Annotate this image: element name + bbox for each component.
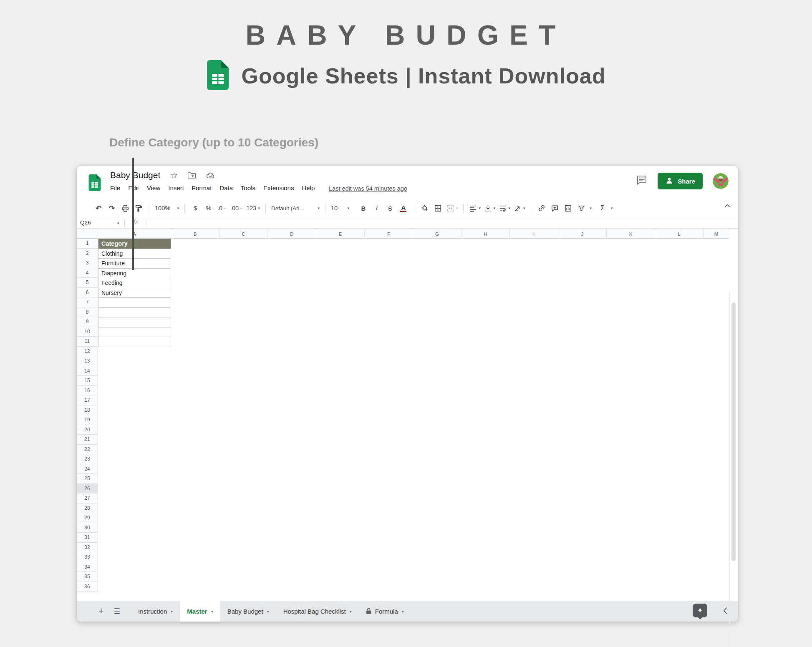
strikethrough-button[interactable]: S	[383, 202, 397, 214]
cell-A9[interactable]	[98, 317, 171, 327]
row-header-35[interactable]: 35	[77, 572, 98, 582]
cell-A10[interactable]	[98, 327, 171, 337]
column-header-K[interactable]: K	[607, 229, 655, 239]
row-header-33[interactable]: 33	[77, 552, 98, 562]
move-to-folder-icon[interactable]	[188, 171, 196, 179]
sheets-logo-icon[interactable]	[88, 174, 101, 193]
decrease-decimal-button[interactable]: .0 ←	[215, 202, 229, 214]
format-currency-button[interactable]: $	[189, 202, 202, 214]
menu-file[interactable]: File	[110, 184, 120, 191]
row-header-36[interactable]: 36	[77, 582, 98, 592]
font-select[interactable]: Default (Ari... ▾	[270, 202, 321, 214]
name-box[interactable]: Q26	[80, 217, 91, 228]
row-header-26[interactable]: 26	[77, 484, 98, 494]
menu-tools[interactable]: Tools	[241, 184, 255, 191]
select-all-corner[interactable]	[77, 229, 98, 239]
menu-view[interactable]: View	[147, 184, 160, 191]
row-header-8[interactable]: 8	[77, 307, 98, 317]
text-wrap-button[interactable]: ▾	[497, 202, 512, 214]
cell-A6[interactable]: Nursery	[98, 288, 171, 298]
all-sheets-menu-icon[interactable]: ☰	[114, 607, 120, 616]
vertical-scrollbar-thumb[interactable]	[731, 302, 736, 561]
horizontal-align-button[interactable]: ▾	[467, 202, 482, 214]
document-title[interactable]: Baby Budget	[110, 170, 160, 180]
row-header-32[interactable]: 32	[77, 543, 98, 553]
add-sheet-button[interactable]: +	[98, 606, 104, 617]
bold-button[interactable]: B	[357, 202, 370, 214]
row-header-25[interactable]: 25	[77, 474, 98, 484]
chevron-down-icon[interactable]: ▾	[590, 206, 592, 210]
row-header-6[interactable]: 6	[77, 288, 98, 298]
row-header-34[interactable]: 34	[77, 562, 98, 572]
undo-button[interactable]: ↶	[92, 202, 105, 214]
column-header-M[interactable]: M	[704, 229, 729, 239]
column-header-E[interactable]: E	[316, 229, 365, 239]
insert-link-button[interactable]	[535, 202, 548, 214]
tab-baby-budget[interactable]: Baby Budget▾	[220, 601, 276, 622]
cell-A1[interactable]: Category	[98, 239, 171, 249]
functions-button[interactable]: Σ	[596, 202, 609, 214]
text-rotation-button[interactable]: ▾	[512, 202, 527, 214]
comment-history-icon[interactable]	[637, 175, 648, 187]
column-header-A[interactable]: A	[98, 229, 171, 239]
row-header-12[interactable]: 12	[77, 347, 98, 357]
cell-A8[interactable]	[98, 308, 171, 318]
filter-button[interactable]	[575, 202, 588, 214]
row-header-29[interactable]: 29	[77, 513, 98, 523]
row-header-7[interactable]: 7	[77, 297, 98, 307]
row-header-22[interactable]: 22	[77, 445, 98, 455]
column-header-C[interactable]: C	[219, 229, 268, 239]
zoom-select[interactable]: 100% ▾	[153, 202, 181, 214]
more-formats-select[interactable]: 123 ▾	[245, 202, 262, 214]
menu-extensions[interactable]: Extensions	[263, 184, 294, 191]
text-color-button[interactable]: A	[400, 204, 406, 212]
cell-A3[interactable]: Furniture	[98, 259, 171, 269]
menu-data[interactable]: Data	[219, 184, 233, 191]
chevron-down-icon[interactable]: ▾	[117, 221, 119, 225]
tab-hospital-bag-checklist[interactable]: Hospital Bag Checklist▾	[276, 601, 359, 622]
redo-button[interactable]: ↷	[105, 202, 119, 214]
share-button[interactable]: Share	[658, 173, 703, 189]
row-header-10[interactable]: 10	[77, 327, 98, 337]
avatar[interactable]	[713, 173, 729, 189]
row-header-3[interactable]: 3	[77, 258, 98, 268]
row-header-21[interactable]: 21	[77, 435, 98, 445]
row-header-11[interactable]: 11	[77, 337, 98, 347]
column-header-H[interactable]: H	[461, 229, 510, 239]
row-header-23[interactable]: 23	[77, 454, 98, 464]
fill-color-button[interactable]	[418, 202, 431, 214]
borders-button[interactable]	[431, 202, 445, 214]
row-header-31[interactable]: 31	[77, 533, 98, 543]
italic-button[interactable]: I	[370, 202, 383, 214]
insert-chart-button[interactable]	[562, 202, 575, 214]
column-header-F[interactable]: F	[365, 229, 413, 239]
insert-comment-button[interactable]	[548, 202, 562, 214]
vertical-scrollbar[interactable]: ▾	[729, 292, 736, 647]
row-header-4[interactable]: 4	[77, 268, 98, 278]
row-header-24[interactable]: 24	[77, 464, 98, 474]
cell-A2[interactable]: Clothing	[98, 249, 171, 259]
chevron-down-icon[interactable]: ▾	[611, 206, 613, 210]
column-header-B[interactable]: B	[171, 229, 219, 239]
cell-A11[interactable]	[98, 337, 171, 347]
vertical-align-button[interactable]: ▾	[482, 202, 497, 214]
row-header-20[interactable]: 20	[77, 425, 98, 435]
row-header-9[interactable]: 9	[77, 317, 98, 327]
row-header-18[interactable]: 18	[77, 405, 98, 415]
menu-format[interactable]: Format	[192, 184, 212, 191]
row-header-30[interactable]: 30	[77, 523, 98, 533]
explore-button[interactable]: ✦	[693, 604, 707, 617]
tab-formula[interactable]: Formula▾	[359, 601, 411, 622]
row-header-27[interactable]: 27	[77, 493, 98, 504]
row-header-19[interactable]: 19	[77, 415, 98, 425]
row-header-15[interactable]: 15	[77, 376, 98, 386]
format-percent-button[interactable]: %	[202, 202, 215, 214]
hide-toolbar-button[interactable]	[724, 203, 731, 210]
chevron-left-icon[interactable]	[722, 606, 729, 617]
column-header-I[interactable]: I	[510, 229, 558, 239]
row-header-1[interactable]: 1	[77, 239, 98, 249]
row-header-16[interactable]: 16	[77, 386, 98, 396]
tab-master[interactable]: Master▾	[180, 601, 220, 622]
column-header-D[interactable]: D	[268, 229, 316, 239]
column-header-G[interactable]: G	[413, 229, 461, 239]
